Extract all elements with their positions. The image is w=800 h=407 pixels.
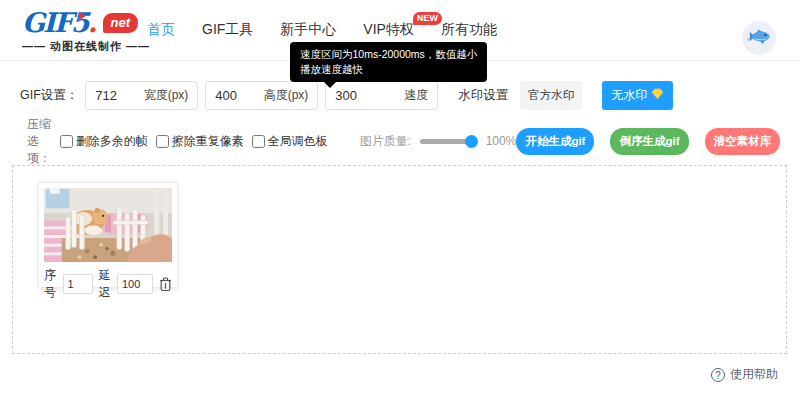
page: GIF5. net —— 动图在线制作 —— 首页 GIF工具 新手中心 VIP… — [0, 0, 800, 407]
delay-label: 延迟 — [99, 267, 115, 301]
speed-unit-label: 速度 — [404, 87, 428, 104]
logo-dot: . — [88, 7, 97, 38]
global-palette-checkbox[interactable] — [252, 135, 265, 148]
delete-frame-button[interactable] — [159, 277, 172, 292]
speed-tooltip: 速度区间为10ms-20000ms，数值越小 播放速度越快 — [290, 42, 487, 82]
erase-duplicate-pixels-label: 擦除重复像素 — [172, 133, 244, 150]
reverse-generate-gif-button[interactable]: 倒序生成gif — [610, 128, 688, 155]
logo-net-badge: net — [103, 13, 139, 33]
global-palette-label: 全局调色板 — [268, 133, 328, 150]
compression-label: 压缩选项： — [27, 116, 52, 167]
height-unit-label: 高度(px) — [264, 87, 309, 104]
quality-slider[interactable] — [420, 139, 475, 144]
speed-field: 速度 — [325, 81, 438, 110]
frame-controls: 序号 延迟 — [44, 267, 172, 301]
remove-extra-frames-label: 删除多余的帧 — [76, 133, 148, 150]
gem-icon — [651, 88, 664, 103]
new-badge: NEW — [413, 12, 442, 25]
gif-settings-row: GIF设置： 宽度(px) 高度(px) 速度 水印设置 官方水印 无水印 — [20, 80, 673, 110]
speed-tooltip-line1: 速度区间为10ms-20000ms，数值越小 — [300, 47, 477, 62]
checkbox-remove-extra-frames[interactable]: 删除多余的帧 — [60, 133, 148, 150]
logo-tagline: —— 动图在线制作 —— — [22, 39, 150, 54]
quality-slider-thumb[interactable] — [465, 135, 478, 148]
width-input[interactable] — [95, 88, 141, 103]
nav-item-beginner-center[interactable]: 新手中心 — [280, 21, 336, 39]
material-canvas: 序号 延迟 — [12, 165, 787, 354]
speed-input[interactable] — [335, 88, 381, 103]
fish-icon — [747, 28, 771, 49]
checkbox-erase-duplicate-pixels[interactable]: 擦除重复像素 — [156, 133, 244, 150]
official-watermark-button[interactable]: 官方水印 — [520, 81, 582, 110]
remove-extra-frames-checkbox[interactable] — [60, 135, 73, 148]
no-watermark-label: 无水印 — [611, 87, 647, 104]
question-icon: ? — [711, 368, 725, 382]
width-unit-label: 宽度(px) — [144, 87, 189, 104]
clear-materials-button[interactable]: 清空素材库 — [705, 128, 781, 155]
nav-item-all-features[interactable]: 所有功能 — [441, 21, 497, 39]
nav-item-home[interactable]: 首页 — [147, 21, 175, 39]
nav-item-vip-label: VIP特权 — [363, 21, 414, 37]
gif-settings-label: GIF设置： — [20, 87, 78, 104]
help-link[interactable]: ? 使用帮助 — [711, 366, 778, 383]
erase-duplicate-pixels-checkbox[interactable] — [156, 135, 169, 148]
index-label: 序号 — [44, 267, 60, 301]
speed-tooltip-line2: 播放速度越快 — [300, 62, 477, 77]
frame-index-input[interactable] — [63, 274, 93, 294]
action-buttons: 开始生成gif 倒序生成gif 清空素材库 — [516, 128, 780, 155]
watermark-settings-label: 水印设置 — [458, 87, 508, 104]
help-label: 使用帮助 — [730, 366, 778, 383]
image-quality-label: 图片质量: — [360, 133, 411, 150]
width-field: 宽度(px) — [85, 81, 198, 110]
nav-item-vip[interactable]: VIP特权NEW — [363, 21, 414, 39]
frame-thumbnail[interactable] — [44, 188, 172, 262]
no-watermark-button[interactable]: 无水印 — [602, 81, 673, 110]
logo-text: GIF5 — [22, 7, 88, 38]
logo-wordmark: GIF5. net — [22, 7, 150, 38]
frame-card: 序号 延迟 — [38, 182, 178, 288]
generate-gif-button[interactable]: 开始生成gif — [516, 128, 594, 155]
quality-percent: 100% — [486, 134, 517, 148]
nav-item-gif-tools[interactable]: GIF工具 — [202, 21, 253, 39]
checkbox-global-palette[interactable]: 全局调色板 — [252, 133, 328, 150]
height-input[interactable] — [215, 88, 261, 103]
user-avatar[interactable] — [742, 21, 776, 55]
site-logo[interactable]: GIF5. net —— 动图在线制作 —— — [22, 7, 150, 54]
frame-delay-input[interactable] — [117, 274, 153, 294]
compression-row: 压缩选项： 删除多余的帧 擦除重复像素 全局调色板 图片质量: 100% 开始生… — [27, 128, 780, 154]
play-triangle-icon — [79, 12, 86, 20]
height-field: 高度(px) — [205, 81, 318, 110]
